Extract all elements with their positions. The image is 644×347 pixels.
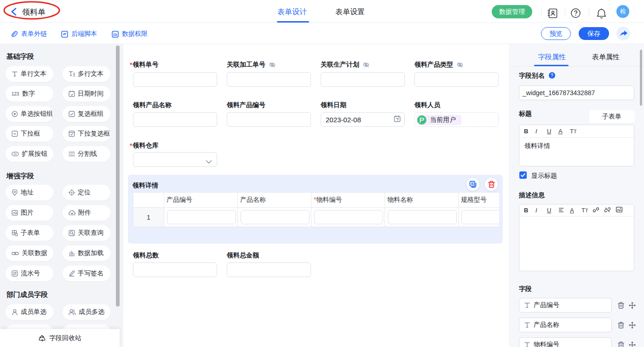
svg-text:123: 123 xyxy=(12,91,19,97)
